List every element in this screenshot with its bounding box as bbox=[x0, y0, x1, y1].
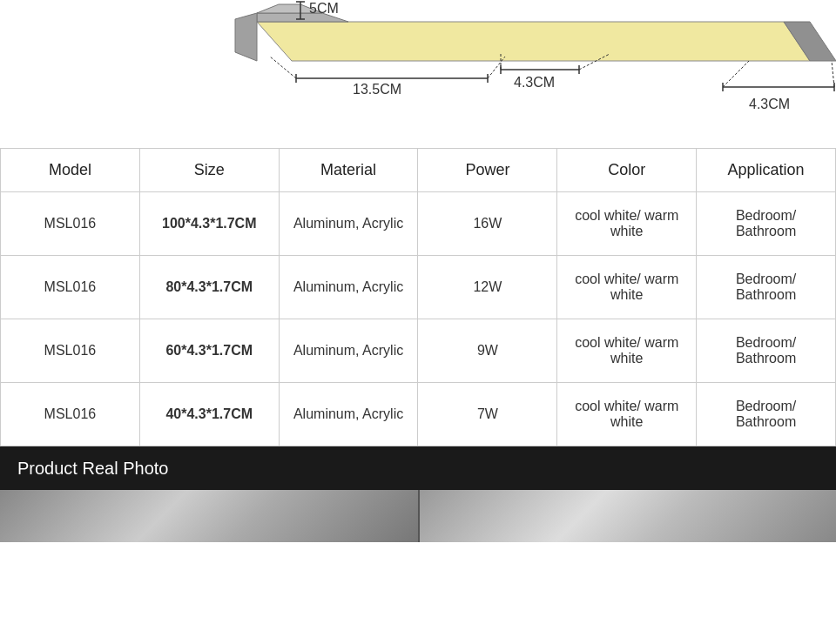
svg-marker-1 bbox=[257, 22, 810, 61]
cell-power: 16W bbox=[418, 192, 557, 256]
cell-material: Aluminum, Acrylic bbox=[279, 192, 418, 256]
cell-application: Bedroom/ Bathroom bbox=[697, 319, 836, 383]
svg-text:4.3CM: 4.3CM bbox=[514, 75, 555, 90]
photo-strip bbox=[0, 490, 836, 542]
cell-color: cool white/ warm white bbox=[557, 319, 697, 383]
table-row: MSL01660*4.3*1.7CMAluminum, Acrylic9Wcoo… bbox=[1, 319, 836, 383]
col-header-color: Color bbox=[557, 149, 697, 192]
cell-model: MSL016 bbox=[1, 319, 140, 383]
cell-material: Aluminum, Acrylic bbox=[279, 319, 418, 383]
col-header-material: Material bbox=[279, 149, 418, 192]
photo-strip-right bbox=[418, 490, 836, 542]
svg-text:13.5CM: 13.5CM bbox=[353, 82, 401, 97]
col-header-model: Model bbox=[1, 149, 140, 192]
cell-size: 40*4.3*1.7CM bbox=[139, 383, 279, 446]
col-header-application: Application bbox=[697, 149, 836, 192]
col-header-power: Power bbox=[418, 149, 557, 192]
col-header-size: Size bbox=[139, 149, 279, 192]
cell-material: Aluminum, Acrylic bbox=[279, 383, 418, 446]
product-table-section: Model Size Material Power Color Applicat… bbox=[0, 148, 836, 446]
product-real-photo-bar: Product Real Photo bbox=[0, 446, 836, 490]
cell-power: 12W bbox=[418, 256, 557, 319]
cell-model: MSL016 bbox=[1, 192, 140, 256]
cell-power: 9W bbox=[418, 319, 557, 383]
cell-application: Bedroom/ Bathroom bbox=[697, 256, 836, 319]
product-table: Model Size Material Power Color Applicat… bbox=[0, 148, 836, 446]
cell-size: 80*4.3*1.7CM bbox=[139, 256, 279, 319]
cell-application: Bedroom/ Bathroom bbox=[697, 192, 836, 256]
table-header-row: Model Size Material Power Color Applicat… bbox=[1, 149, 836, 192]
table-row: MSL016100*4.3*1.7CMAluminum, Acrylic16Wc… bbox=[1, 192, 836, 256]
cell-power: 7W bbox=[418, 383, 557, 446]
dimension-diagram: 5CM 13.5CM 4.3CM 4.3CM bbox=[0, 0, 836, 148]
cell-color: cool white/ warm white bbox=[557, 383, 697, 446]
cell-material: Aluminum, Acrylic bbox=[279, 256, 418, 319]
table-row: MSL01640*4.3*1.7CMAluminum, Acrylic7Wcoo… bbox=[1, 383, 836, 446]
cell-color: cool white/ warm white bbox=[557, 256, 697, 319]
svg-marker-4 bbox=[235, 13, 257, 61]
photo-strip-left bbox=[0, 490, 418, 542]
svg-text:5CM: 5CM bbox=[309, 1, 339, 16]
cell-size: 60*4.3*1.7CM bbox=[139, 319, 279, 383]
cell-application: Bedroom/ Bathroom bbox=[697, 383, 836, 446]
cell-size: 100*4.3*1.7CM bbox=[139, 192, 279, 256]
cell-model: MSL016 bbox=[1, 256, 140, 319]
svg-text:4.3CM: 4.3CM bbox=[749, 97, 790, 111]
cell-model: MSL016 bbox=[1, 383, 140, 446]
bottom-bar-label: Product Real Photo bbox=[17, 459, 168, 479]
table-row: MSL01680*4.3*1.7CMAluminum, Acrylic12Wco… bbox=[1, 256, 836, 319]
cell-color: cool white/ warm white bbox=[557, 192, 697, 256]
